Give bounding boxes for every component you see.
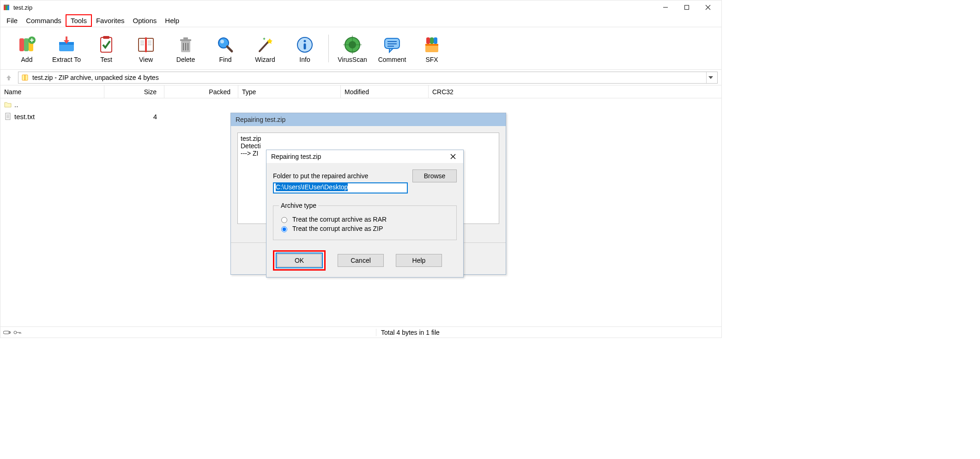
- virusscan-icon: [341, 34, 363, 56]
- comment-icon: [381, 34, 403, 56]
- radio-zip-label: Treat the corrupt archive as ZIP: [292, 225, 383, 232]
- disk-icon: [3, 330, 12, 335]
- radio-rar-label: Treat the corrupt archive as RAR: [292, 216, 387, 223]
- path-bar[interactable]: test.zip - ZIP archive, unpacked size 4 …: [18, 72, 718, 84]
- svg-rect-28: [183, 37, 188, 39]
- ok-button[interactable]: OK: [277, 254, 321, 267]
- radio-zip[interactable]: Treat the corrupt archive as ZIP: [279, 225, 451, 232]
- archive-icon: [21, 74, 29, 81]
- repair-options-dialog: Repairing test.zip Folder to put the rep…: [266, 150, 464, 278]
- menubar: File Commands Tools Favorites Options He…: [0, 14, 721, 27]
- wizard-icon: [254, 34, 276, 56]
- view-icon: [135, 34, 157, 56]
- toolbar-find-button[interactable]: Find: [206, 34, 245, 63]
- svg-point-60: [14, 331, 17, 334]
- path-text: test.zip - ZIP archive, unpacked size 4 …: [32, 74, 159, 81]
- toolbar-comment-button[interactable]: Comment: [372, 34, 412, 63]
- winrar-main-window: test.zip File Commands Tools Favorites O…: [0, 0, 722, 338]
- dialog-close-button[interactable]: [448, 151, 459, 162]
- dialog-title: Repairing test.zip: [231, 113, 506, 126]
- delete-icon: [175, 34, 197, 56]
- toolbar-wizard-button[interactable]: Wizard: [245, 34, 285, 63]
- toolbar-label: View: [139, 56, 153, 63]
- sfx-icon: [421, 34, 443, 56]
- window-maximize-button[interactable]: [676, 0, 697, 14]
- menu-commands[interactable]: Commands: [22, 15, 66, 26]
- svg-rect-48: [425, 44, 438, 46]
- toolbar-extract-button[interactable]: Extract To: [47, 34, 86, 63]
- toolbar-add-button[interactable]: Add: [7, 34, 47, 63]
- statusbar: Total 4 bytes in 1 file: [0, 326, 721, 338]
- svg-point-33: [220, 40, 224, 43]
- folder-path-value: C:\Users\IEUser\Desktop: [276, 183, 348, 191]
- extract-icon: [55, 34, 78, 56]
- svg-rect-3: [4, 5, 9, 6]
- svg-rect-38: [304, 43, 306, 49]
- toolbar-label: Extract To: [52, 56, 81, 63]
- menu-options[interactable]: Options: [129, 15, 161, 26]
- window-title: test.zip: [13, 4, 32, 11]
- toolbar-info-button[interactable]: Info: [285, 34, 325, 63]
- status-summary: Total 4 bytes in 1 file: [376, 329, 440, 336]
- menu-help[interactable]: Help: [161, 15, 183, 26]
- radio-rar-input[interactable]: [281, 217, 287, 223]
- toolbar-label: Comment: [378, 56, 406, 63]
- svg-rect-19: [145, 37, 147, 52]
- svg-rect-51: [434, 37, 437, 44]
- folder-up-icon: [4, 101, 12, 108]
- toolbar-sfx-button[interactable]: SFX: [412, 34, 452, 63]
- toolbar-label: Delete: [176, 56, 195, 63]
- column-headers: Name Size Packed Type Modified CRC32: [0, 85, 721, 98]
- dialog-title-text: Repairing test.zip: [236, 116, 285, 123]
- svg-point-37: [304, 40, 306, 42]
- col-header-packed[interactable]: Packed: [164, 85, 238, 98]
- svg-rect-50: [430, 37, 434, 44]
- toolbar-label: Test: [100, 56, 112, 63]
- svg-line-34: [227, 47, 232, 51]
- svg-rect-9: [24, 38, 29, 51]
- svg-rect-27: [180, 39, 191, 41]
- toolbar-label: Add: [21, 56, 33, 63]
- col-header-name[interactable]: Name: [0, 85, 104, 98]
- menu-file[interactable]: File: [2, 15, 22, 26]
- toolbar-label: Info: [299, 56, 310, 63]
- archive-add-icon: [16, 34, 38, 56]
- window-minimize-button[interactable]: [655, 0, 676, 14]
- dialog-title-text: Repairing test.zip: [271, 153, 321, 160]
- toolbar-label: Wizard: [255, 56, 275, 63]
- file-row-parent[interactable]: ..: [0, 98, 721, 110]
- archive-type-legend: Archive type: [279, 202, 318, 209]
- path-dropdown-button[interactable]: [706, 72, 714, 83]
- radio-zip-input[interactable]: [281, 226, 287, 232]
- cancel-button[interactable]: Cancel: [338, 254, 384, 267]
- window-close-button[interactable]: [697, 0, 719, 14]
- folder-path-input[interactable]: C:\Users\IEUser\Desktop: [273, 182, 408, 193]
- toolbar-view-button[interactable]: View: [126, 34, 166, 63]
- titlebar: test.zip: [0, 0, 721, 14]
- info-icon: [294, 34, 316, 56]
- file-size: 4: [104, 113, 164, 121]
- browse-button[interactable]: Browse: [412, 169, 457, 182]
- menu-favorites[interactable]: Favorites: [92, 15, 129, 26]
- svg-rect-5: [685, 6, 689, 10]
- toolbar-delete-button[interactable]: Delete: [166, 34, 206, 63]
- nav-up-button[interactable]: [4, 73, 13, 82]
- col-header-type[interactable]: Type: [238, 85, 341, 98]
- help-button[interactable]: Help: [396, 254, 442, 267]
- col-header-crc32[interactable]: CRC32: [429, 85, 721, 98]
- svg-rect-8: [19, 38, 24, 51]
- col-header-size[interactable]: Size: [104, 85, 164, 98]
- svg-rect-49: [426, 37, 430, 44]
- file-name: ..: [14, 101, 18, 109]
- ok-highlight: OK: [273, 250, 326, 271]
- toolbar-label: Find: [219, 56, 231, 63]
- menu-tools[interactable]: Tools: [66, 14, 92, 27]
- toolbar: Add Extract To Test: [0, 27, 721, 70]
- toolbar-test-button[interactable]: Test: [86, 34, 126, 63]
- col-header-modified[interactable]: Modified: [341, 85, 429, 98]
- folder-label: Folder to put the repaired archive: [273, 172, 408, 180]
- radio-rar[interactable]: Treat the corrupt archive as RAR: [279, 216, 451, 223]
- toolbar-virusscan-button[interactable]: VirusScan: [333, 34, 372, 63]
- toolbar-separator: [328, 35, 329, 62]
- test-icon: [95, 34, 117, 56]
